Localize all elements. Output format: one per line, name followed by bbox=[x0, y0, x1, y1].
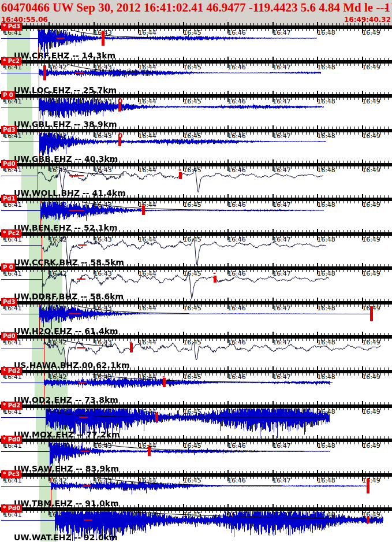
phase-pick-box[interactable]: Pd3 bbox=[1, 298, 17, 306]
phase-pick-box[interactable]: * Pc2 bbox=[1, 57, 21, 65]
station-channel-label: UW.MOX.EHZ -- 77.2km bbox=[14, 430, 120, 439]
phase-pick-box[interactable]: Pd1 bbox=[1, 195, 17, 203]
phase-pick-box[interactable]: Pd0 bbox=[1, 332, 17, 340]
station-channel-label: UW.GBB.EHZ -- 40.3km bbox=[14, 154, 118, 164]
waveform-review-window: 60470466 UW Sep 30, 2012 16:41:02.41 46.… bbox=[0, 0, 392, 542]
marker-label: - bbox=[141, 202, 144, 208]
station-channel-label: UW.CRF.EHZ -- 14.3km bbox=[14, 51, 115, 60]
phase-pick-box[interactable]: Pd3 bbox=[1, 126, 17, 134]
phase-pick-box[interactable]: * Pd0 bbox=[1, 436, 22, 444]
marker-label: - bbox=[213, 270, 216, 277]
phase-pick-box[interactable]: * Pd2 bbox=[1, 402, 22, 410]
marker-label: 0 bbox=[118, 98, 122, 105]
station-channel-label: UW.CCRK.BHZ -- 58.5km bbox=[14, 258, 124, 267]
station-channel-label: UW.WAT.EHZ -- 92.0km bbox=[14, 533, 118, 542]
coda-duration-marker[interactable] bbox=[370, 306, 373, 321]
coda-duration-marker[interactable] bbox=[367, 478, 369, 493]
station-channel-label: UW.SAW.EHZ -- 83.9km bbox=[14, 464, 119, 473]
phase-pick-box[interactable]: * Pc2 bbox=[1, 229, 21, 237]
station-channel-label: UW.OD2.EHZ -- 73.8km bbox=[14, 395, 118, 404]
coda-duration-marker[interactable] bbox=[102, 31, 104, 46]
station-channel-label: UW.H2O.EHZ -- 61.4km bbox=[14, 326, 118, 336]
phase-pick-box[interactable]: * Pc3 bbox=[1, 470, 21, 478]
station-channel-label: UW.WOLL.BHZ -- 41.4km bbox=[14, 188, 126, 198]
marker-label: - bbox=[129, 339, 132, 346]
coda-duration-marker[interactable] bbox=[367, 517, 369, 524]
phase-pick-box[interactable]: Pd0 bbox=[1, 160, 17, 168]
station-channel-label: UW.DDRF.BHZ -- 58.6km bbox=[14, 292, 124, 301]
phase-pick-box[interactable]: * Pd2 bbox=[1, 367, 22, 375]
seismogram-canvas[interactable] bbox=[0, 0, 392, 542]
marker-label: - bbox=[162, 374, 165, 380]
station-channel-label: UW.BEN.EHZ -- 52.1km bbox=[14, 223, 118, 232]
coda-duration-marker[interactable] bbox=[155, 413, 158, 422]
marker-label: - bbox=[147, 443, 150, 449]
phase-pick-box[interactable]: * Pd0 bbox=[1, 504, 22, 513]
phase-pick-box[interactable]: P 0 bbox=[1, 263, 15, 272]
marker-label: - bbox=[178, 167, 181, 173]
station-channel-label: UW.GBL.EHZ -- 38.9km bbox=[14, 120, 117, 129]
station-channel-label: US.HAWA.BHZ.00 62.1km bbox=[14, 361, 130, 370]
phase-pick-box[interactable]: * Pd3 bbox=[1, 23, 22, 31]
marker-label: 0 bbox=[118, 133, 122, 139]
station-channel-label: UW.TBM.EHZ -- 91.0km bbox=[14, 499, 119, 508]
station-channel-label: UW.LOC.EHZ -- 25.7km bbox=[14, 86, 117, 95]
coda-duration-marker[interactable] bbox=[43, 65, 46, 80]
phase-pick-box[interactable]: P 0 bbox=[1, 91, 15, 99]
